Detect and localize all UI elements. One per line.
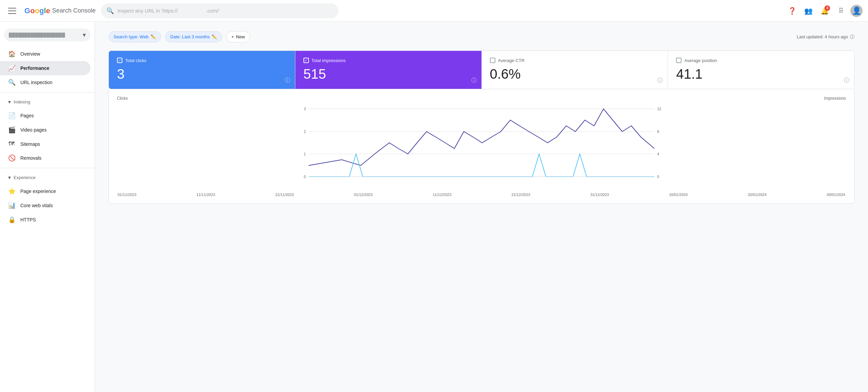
metric-value-position: 41.1: [676, 67, 846, 81]
metric-checkbox-impressions[interactable]: [303, 58, 309, 63]
sidebar-item-page-experience[interactable]: ⭐ Page experience: [0, 184, 91, 198]
lock-icon: 🔒: [8, 216, 15, 223]
nav-icons-group: ❓ 👥 🔔 4 ⠿ 👤: [785, 4, 863, 18]
delegate-button[interactable]: 👥: [802, 4, 815, 18]
x-label-6: 31/12/2023: [590, 193, 609, 197]
experience-section-header[interactable]: ▾ Experience: [0, 171, 95, 184]
filter-label: Date: Last 3 months: [170, 34, 210, 39]
sidebar-item-label: Core web vitals: [20, 203, 53, 208]
home-icon: 🏠: [8, 50, 15, 58]
nav-divider-2: [0, 168, 95, 168]
metric-label-position: Average position: [684, 58, 717, 63]
hamburger-menu-button[interactable]: [5, 4, 19, 18]
metric-value-ctr: 0.6%: [490, 67, 660, 81]
x-label-9: 30/01/2024: [827, 193, 845, 197]
avatar-image: 👤: [852, 6, 861, 15]
metrics-row: Total clicks 3 ⓘ Total impressions 515 ⓘ…: [108, 51, 854, 89]
sidebar: ██████████████████ ▾ 🏠 Overview 📈 Perfor…: [0, 22, 95, 370]
chart-axis-headers: Clicks Impressions: [117, 96, 846, 101]
sidebar-item-label: Sitemaps: [20, 141, 40, 147]
svg-text:8: 8: [657, 130, 659, 134]
sidebar-item-core-web-vitals[interactable]: 📊 Core web vitals: [0, 198, 91, 213]
help-button[interactable]: ❓: [785, 4, 799, 18]
chart-container: Clicks Impressions 3 2 1 0 12 8 4 0: [108, 89, 854, 204]
impressions-axis-label: Impressions: [824, 96, 846, 101]
sidebar-item-label: URL inspection: [20, 80, 52, 85]
removals-icon: 🚫: [8, 154, 15, 162]
svg-text:2: 2: [304, 130, 306, 134]
search-icon: 🔍: [106, 7, 114, 15]
sidebar-item-https[interactable]: 🔒 HTTPS: [0, 213, 91, 227]
metric-value-clicks: 3: [117, 67, 287, 81]
metric-card-position[interactable]: Average position 41.1 ⓘ: [668, 51, 854, 89]
metric-header: Average position: [676, 58, 846, 63]
property-selector[interactable]: ██████████████████ ▾: [4, 28, 91, 41]
apps-button[interactable]: ⠿: [834, 4, 848, 18]
sidebar-item-label: Overview: [20, 51, 40, 57]
indexing-section-header[interactable]: ▾ Indexing: [0, 95, 95, 109]
x-label-3: 01/12/2023: [354, 193, 373, 197]
impressions-line: [309, 109, 654, 165]
metric-label-clicks: Total clicks: [125, 58, 146, 63]
logo[interactable]: Google Search Console: [24, 6, 96, 15]
video-icon: 🎬: [8, 126, 15, 134]
search-type-filter[interactable]: Search type: Web ✏️: [108, 31, 161, 42]
chart-svg-wrapper: 3 2 1 0 12 8 4 0: [117, 102, 846, 191]
x-label-5: 21/12/2023: [512, 193, 530, 197]
svg-text:1: 1: [304, 152, 306, 156]
new-filter-button[interactable]: + New: [226, 31, 250, 42]
experience-icon: ⭐: [8, 188, 15, 195]
x-label-0: 01/11/2023: [118, 193, 136, 197]
info-icon[interactable]: ⓘ: [850, 34, 854, 40]
svg-text:0: 0: [657, 175, 659, 179]
sidebar-item-label: HTTPS: [20, 217, 36, 222]
help-icon-position[interactable]: ⓘ: [844, 77, 849, 84]
help-icon-ctr[interactable]: ⓘ: [657, 77, 663, 84]
metric-card-impressions[interactable]: Total impressions 515 ⓘ: [295, 51, 482, 89]
main-content: Performance ⬇ EXPORT Search type: Web ✏️…: [95, 0, 868, 370]
performance-chart: 3 2 1 0 12 8 4 0: [117, 102, 846, 190]
sidebar-item-sitemaps[interactable]: 🗺 Sitemaps: [0, 137, 91, 151]
x-label-8: 20/01/2024: [748, 193, 767, 197]
avatar[interactable]: 👤: [850, 5, 863, 17]
metric-header: Average CTR: [490, 58, 660, 63]
section-label: Experience: [14, 175, 36, 180]
vitals-icon: 📊: [8, 202, 15, 209]
notifications-button[interactable]: 🔔 4: [818, 4, 831, 18]
new-label: New: [236, 34, 245, 39]
apps-icon: ⠿: [839, 7, 844, 15]
metric-checkbox-ctr[interactable]: [490, 58, 495, 63]
edit-icon: ✏️: [212, 34, 217, 39]
sidebar-item-performance[interactable]: 📈 Performance: [0, 61, 91, 75]
svg-text:4: 4: [657, 152, 659, 156]
metric-checkbox-position[interactable]: [676, 58, 682, 63]
sitemaps-icon: 🗺: [8, 140, 15, 148]
search-input[interactable]: [117, 8, 333, 14]
people-icon: 👥: [804, 7, 813, 15]
x-label-1: 11/11/2023: [196, 193, 215, 197]
svg-text:0: 0: [304, 175, 306, 179]
metric-label-impressions: Total impressions: [312, 58, 346, 63]
metric-card-clicks[interactable]: Total clicks 3 ⓘ: [109, 51, 295, 89]
sidebar-item-overview[interactable]: 🏠 Overview: [0, 47, 91, 61]
date-range-filter[interactable]: Date: Last 3 months ✏️: [165, 31, 222, 42]
chevron-down-icon: ▾: [83, 31, 86, 39]
search-icon: 🔍: [8, 79, 15, 86]
x-label-4: 11/12/2023: [433, 193, 451, 197]
sidebar-item-url-inspection[interactable]: 🔍 URL inspection: [0, 75, 91, 90]
hamburger-icon: [8, 7, 16, 15]
metric-card-ctr[interactable]: Average CTR 0.6% ⓘ: [482, 51, 668, 89]
edit-icon: ✏️: [151, 34, 156, 39]
url-search-bar[interactable]: 🔍: [101, 3, 338, 18]
plus-icon: +: [231, 34, 234, 39]
help-icon-clicks[interactable]: ⓘ: [285, 77, 290, 84]
x-axis-labels: 01/11/2023 11/11/2023 21/11/2023 01/12/2…: [117, 193, 846, 197]
sidebar-item-video-pages[interactable]: 🎬 Video pages: [0, 123, 91, 137]
help-icon-impressions[interactable]: ⓘ: [471, 77, 477, 84]
metric-checkbox-clicks[interactable]: [117, 58, 122, 63]
sidebar-item-pages[interactable]: 📄 Pages: [0, 109, 91, 123]
notification-badge: 4: [825, 5, 830, 11]
x-label-2: 21/11/2023: [275, 193, 294, 197]
sidebar-item-removals[interactable]: 🚫 Removals: [0, 151, 91, 165]
metric-label-ctr: Average CTR: [498, 58, 525, 63]
